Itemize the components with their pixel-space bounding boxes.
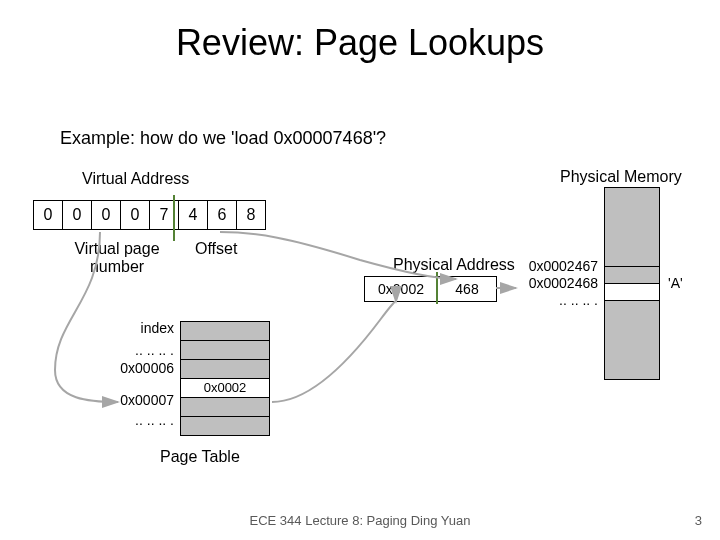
va-digit: 0	[120, 200, 150, 230]
page-table-index: 0x00007	[110, 392, 174, 408]
virtual-address-label: Virtual Address	[82, 170, 189, 188]
physical-memory-label: Physical Memory	[560, 168, 682, 186]
virtual-address-bytes: 0 0 0 0 7 4 6 8	[34, 200, 266, 230]
page-table-index-header: index	[118, 320, 174, 336]
page-table-row	[180, 397, 270, 417]
memory-address: 0x0002467	[520, 258, 598, 274]
page-table-index: 0x00006	[110, 360, 174, 376]
slide-number: 3	[695, 513, 702, 528]
memory-value: 'A'	[668, 275, 683, 291]
page-table-row	[180, 416, 270, 436]
page-table-row-highlight: 0x0002	[180, 378, 270, 398]
va-digit: 0	[33, 200, 63, 230]
page-table-row	[180, 359, 270, 379]
va-digit: 4	[178, 200, 208, 230]
slide-title: Review: Page Lookups	[0, 22, 720, 64]
memory-address-dots: .. .. .. .	[520, 292, 598, 308]
offset-label: Offset	[195, 240, 237, 258]
virtual-page-number-label: Virtual page number	[62, 240, 172, 275]
memory-segment	[604, 300, 660, 380]
va-digit: 0	[91, 200, 121, 230]
memory-segment	[604, 187, 660, 267]
physical-address-separator	[436, 272, 438, 304]
memory-segment	[604, 266, 660, 284]
page-table: 0x0002	[180, 322, 270, 436]
physical-memory-column	[604, 188, 660, 380]
slide-footer: ECE 344 Lecture 8: Paging Ding Yuan	[0, 513, 720, 528]
page-table-row	[180, 321, 270, 341]
physical-address-label: Physical Address	[393, 256, 515, 274]
memory-segment-highlight	[604, 283, 660, 301]
va-digit: 6	[207, 200, 237, 230]
physical-address-box: 0x0002 468	[364, 276, 497, 302]
page-table-row	[180, 340, 270, 360]
page-table-label: Page Table	[160, 448, 240, 466]
page-table-dots: .. .. .. .	[118, 342, 174, 358]
va-digit: 8	[236, 200, 266, 230]
example-text: Example: how do we 'load 0x00007468'?	[60, 128, 386, 149]
va-digit: 0	[62, 200, 92, 230]
memory-address: 0x0002468	[520, 275, 598, 291]
physical-address-frame: 0x0002	[365, 277, 438, 301]
page-table-dots: .. .. .. .	[118, 412, 174, 428]
vpn-offset-separator	[173, 195, 175, 241]
physical-address-offset: 468	[438, 277, 496, 301]
